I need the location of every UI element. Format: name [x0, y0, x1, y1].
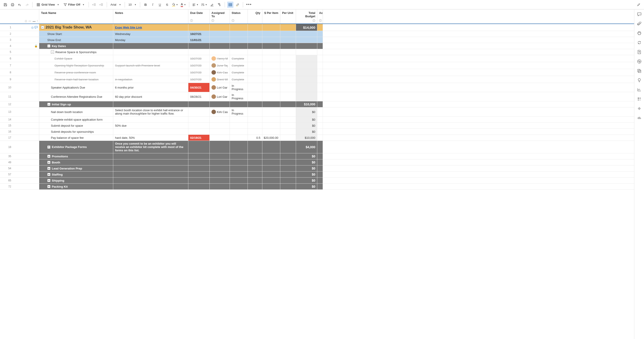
cell-budget[interactable]: $0: [296, 123, 317, 128]
cell-task[interactable]: Show End:: [39, 37, 113, 43]
cell-qty[interactable]: [248, 166, 262, 171]
cell-task[interactable]: Submit deposit for space: [39, 123, 113, 128]
cell-ac[interactable]: [317, 83, 323, 92]
diamond-panel-icon[interactable]: [636, 106, 642, 111]
cell-ac[interactable]: [317, 153, 323, 159]
cell-notes[interactable]: 60 day prior discount: [113, 92, 188, 101]
cell-assigned[interactable]: [210, 31, 230, 37]
cell-notes[interactable]: [113, 129, 188, 134]
cell-qty[interactable]: [248, 123, 262, 128]
cell-price[interactable]: [262, 172, 280, 177]
expand-toggle[interactable]: +: [47, 179, 50, 182]
cell-price[interactable]: [262, 43, 280, 49]
cell-assigned[interactable]: Kirk Cas: [210, 69, 230, 76]
header-price[interactable]: $ Per Item: [262, 10, 280, 24]
cell-qty[interactable]: [248, 92, 262, 101]
cell-assigned[interactable]: [210, 166, 230, 171]
grid-area[interactable]: ◎ ▭ ▬ i Task Name Notes Due Dateⓘ Assign…: [0, 10, 634, 339]
cell-ac[interactable]: [317, 37, 323, 43]
cell-due-date[interactable]: [188, 160, 210, 165]
cell-assigned[interactable]: [210, 153, 230, 159]
copy-panel-icon[interactable]: [636, 68, 642, 74]
cell-unit[interactable]: [280, 153, 296, 159]
cell-budget[interactable]: [296, 37, 317, 43]
cell-status[interactable]: Complete: [230, 69, 248, 76]
font-dropdown[interactable]: Arial▼: [109, 2, 122, 8]
cell-budget[interactable]: $4,000: [296, 141, 317, 153]
table-row[interactable]: 12−Initial Sign up$10,000: [0, 101, 634, 108]
expand-toggle[interactable]: +: [47, 155, 50, 158]
cell-assigned[interactable]: [210, 141, 230, 153]
collapse-toggle[interactable]: −: [51, 50, 54, 54]
cell-ac[interactable]: [317, 166, 323, 171]
outdent-icon[interactable]: [91, 2, 97, 8]
cell-task[interactable]: +Lead Generation Prep: [39, 166, 113, 171]
cell-qty[interactable]: [248, 37, 262, 43]
cell-assigned[interactable]: [210, 24, 230, 31]
cell-unit[interactable]: [280, 43, 296, 49]
attachments-panel-icon[interactable]: [636, 21, 642, 26]
cell-task[interactable]: Opening Night Reception Sponsorship: [39, 62, 113, 69]
cell-notes[interactable]: [113, 101, 188, 107]
cell-budget[interactable]: $0: [296, 129, 317, 134]
cell-price[interactable]: [262, 160, 280, 165]
cell-ac[interactable]: [317, 172, 323, 177]
redo-icon[interactable]: [24, 2, 30, 8]
cell-qty[interactable]: [248, 55, 262, 62]
cell-qty[interactable]: [248, 184, 262, 190]
cell-budget[interactable]: [296, 31, 317, 37]
cell-due-date[interactable]: [188, 108, 210, 116]
cell-price[interactable]: [262, 178, 280, 184]
cell-notes[interactable]: 6 months prior: [113, 83, 188, 92]
cell-price[interactable]: [262, 31, 280, 37]
cell-status[interactable]: [230, 172, 248, 177]
bold-icon[interactable]: B: [142, 2, 149, 8]
cell-price[interactable]: [262, 108, 280, 116]
cell-due-date[interactable]: [188, 129, 210, 134]
cell-unit[interactable]: [280, 129, 296, 134]
cell-due-date[interactable]: 04/30/21: [188, 83, 210, 92]
cell-status[interactable]: [230, 101, 248, 107]
cell-budget[interactable]: $0: [296, 178, 317, 184]
table-row[interactable]: 6Exhibit Space10/27/20Henry MComplete: [0, 55, 634, 62]
cell-ac[interactable]: [317, 69, 323, 76]
cell-unit[interactable]: [280, 37, 296, 43]
header-budget[interactable]: Total Budgetⓘ: [296, 10, 317, 24]
conditional-format-icon[interactable]: [227, 2, 234, 8]
cell-status[interactable]: [230, 153, 248, 159]
cell-ac[interactable]: [317, 31, 323, 37]
header-notes[interactable]: Notes: [113, 10, 188, 24]
table-row[interactable]: 3Show End:Monday11/01/21: [0, 37, 634, 43]
cell-ac[interactable]: [317, 135, 323, 140]
cell-unit[interactable]: [280, 83, 296, 92]
cell-notes[interactable]: Once you commit to be an exhibitor you w…: [113, 141, 188, 153]
cell-task[interactable]: Submit deposits for sponsorships: [39, 129, 113, 134]
cell-budget[interactable]: [296, 49, 317, 55]
cell-ac[interactable]: [317, 43, 323, 49]
cell-assigned[interactable]: [210, 178, 230, 184]
cell-status[interactable]: [230, 49, 248, 55]
collapse-toggle[interactable]: −: [41, 26, 44, 29]
format-painter-icon[interactable]: [216, 2, 222, 8]
cell-price[interactable]: [262, 129, 280, 134]
cell-status[interactable]: [230, 178, 248, 184]
cell-qty[interactable]: [248, 43, 262, 49]
cell-qty[interactable]: [248, 153, 262, 159]
cell-price[interactable]: [262, 55, 280, 62]
cell-qty[interactable]: 0.5: [248, 135, 262, 140]
cell-price[interactable]: [262, 184, 280, 190]
header-status[interactable]: Statusⓘ: [230, 10, 248, 24]
cell-unit[interactable]: [280, 184, 296, 190]
cell-price[interactable]: [262, 141, 280, 153]
cell-due-date[interactable]: 10/27/20: [188, 55, 210, 62]
table-row[interactable]: 13Nail down booth locationSelect booth l…: [0, 108, 634, 116]
cell-ac[interactable]: [317, 24, 323, 31]
cell-task[interactable]: +Exhibitor Package Forms: [39, 141, 113, 153]
cell-notes[interactable]: [113, 49, 188, 55]
cell-unit[interactable]: [280, 108, 296, 116]
cell-qty[interactable]: [248, 69, 262, 76]
cell-assigned[interactable]: [210, 49, 230, 55]
cell-budget[interactable]: $0: [296, 172, 317, 177]
cell-qty[interactable]: [248, 31, 262, 37]
collapse-icon[interactable]: [636, 2, 642, 8]
